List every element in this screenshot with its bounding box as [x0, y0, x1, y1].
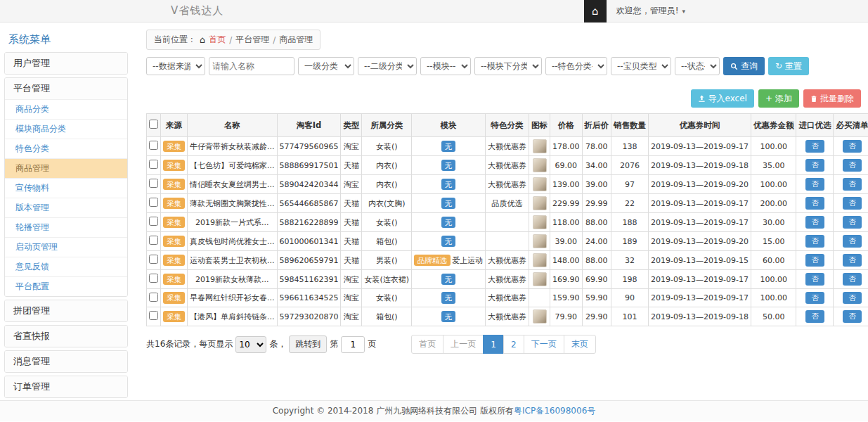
- sidebar-item-feature-category[interactable]: 特色分类: [5, 139, 127, 158]
- must-buy-toggle[interactable]: 否: [843, 273, 862, 286]
- import-select-toggle[interactable]: 否: [805, 310, 824, 323]
- sidebar-item-platform[interactable]: 平台管理: [5, 78, 127, 99]
- row-checkbox[interactable]: [149, 293, 158, 302]
- feature-category: [486, 213, 529, 232]
- page-first-button[interactable]: 首页: [411, 335, 443, 354]
- sidebar-item-orders[interactable]: 订单管理: [5, 376, 127, 397]
- filter-status-select[interactable]: --状态--: [675, 57, 720, 75]
- sales-count: 189: [611, 232, 649, 251]
- per-page-select[interactable]: 10: [235, 336, 266, 353]
- must-buy-toggle[interactable]: 否: [843, 178, 862, 191]
- row-checkbox[interactable]: [149, 255, 158, 264]
- sidebar-item-users[interactable]: 用户管理: [5, 53, 127, 74]
- sidebar-item-carousel-management[interactable]: 轮播管理: [5, 217, 127, 237]
- sidebar-item-promo-material[interactable]: 宣传物料: [5, 178, 127, 198]
- filter-item-type-select[interactable]: --宝贝类型--: [611, 57, 671, 75]
- sidebar-item-goods-management[interactable]: 商品管理: [5, 158, 127, 178]
- filter-module-sub-select[interactable]: --模块下分类--: [474, 57, 542, 75]
- user-menu[interactable]: 欢迎您，管理员! ▾: [607, 5, 695, 17]
- row-checkbox[interactable]: [149, 236, 158, 245]
- import-select-toggle[interactable]: 否: [805, 273, 824, 286]
- sidebar-item-version-management[interactable]: 版本管理: [5, 198, 127, 217]
- col-module: 模块: [412, 114, 486, 137]
- page-next-button[interactable]: 下一页: [524, 335, 564, 354]
- import-select-toggle[interactable]: 否: [805, 159, 824, 172]
- import-select-toggle[interactable]: 否: [805, 216, 824, 229]
- goods-category: 女装(): [362, 213, 412, 232]
- search-button[interactable]: 查询: [723, 57, 765, 75]
- sidebar-group-platform: 平台管理 商品分类 模块商品分类 特色分类 商品管理 宣传物料 版本管理 轮播管…: [4, 77, 128, 297]
- row-checkbox[interactable]: [149, 311, 158, 320]
- must-buy-toggle[interactable]: 否: [843, 140, 862, 153]
- module-badge: 无: [441, 217, 456, 229]
- home-button[interactable]: ⌂: [584, 0, 607, 23]
- filter-module-select[interactable]: --模块--: [420, 57, 471, 75]
- sales-count: 138: [611, 137, 649, 156]
- add-button[interactable]: + 添加: [758, 89, 799, 108]
- records-summary: 共16条记录，每页显示 10 条， 跳转到 第 页: [146, 335, 411, 353]
- import-excel-button[interactable]: 导入excel: [691, 89, 754, 108]
- page-last-button[interactable]: 末页: [564, 335, 596, 354]
- goods-name: 牛仔背带裤女秋装减龄...: [188, 137, 278, 156]
- coupon-time: 2019-09-13—2019-09-17: [649, 270, 751, 289]
- filter-feature-select[interactable]: --特色分类--: [545, 57, 607, 75]
- topbar-right: ⌂ 欢迎您，管理员! ▾: [584, 0, 695, 23]
- goods-category: 箱包(): [362, 307, 412, 326]
- filter-source-select[interactable]: --数据来源--: [146, 57, 205, 75]
- sidebar-item-messages[interactable]: 消息管理: [5, 351, 127, 372]
- must-buy-toggle[interactable]: 否: [843, 254, 862, 267]
- coupon-amount: 30.00: [751, 213, 796, 232]
- page-2-button[interactable]: 2: [503, 335, 524, 354]
- jump-button[interactable]: 跳转到: [289, 335, 327, 353]
- row-checkbox[interactable]: [149, 179, 158, 188]
- reset-button[interactable]: ↻ 重置: [768, 57, 809, 75]
- import-select-toggle[interactable]: 否: [805, 178, 824, 191]
- row-checkbox[interactable]: [149, 141, 158, 150]
- must-buy-toggle[interactable]: 否: [843, 292, 862, 305]
- must-buy-toggle[interactable]: 否: [843, 197, 862, 210]
- table-header-row: 来源 名称 淘客Id 类型 所属分类 模块 特色分类 图标 价格 折后价 销售数…: [147, 114, 868, 137]
- filter-name-input[interactable]: [209, 57, 294, 75]
- feature-category: 品质优选: [486, 194, 529, 213]
- filter-level2-select[interactable]: --二级分类--: [358, 57, 417, 75]
- import-select-toggle[interactable]: 否: [805, 197, 824, 210]
- goods-type: 淘宝: [341, 289, 362, 307]
- must-buy-toggle[interactable]: 否: [843, 216, 862, 229]
- import-select-toggle[interactable]: 否: [805, 140, 824, 153]
- import-select-toggle[interactable]: 否: [805, 254, 824, 267]
- import-select-toggle[interactable]: 否: [805, 292, 824, 305]
- source-badge: 采集: [163, 217, 185, 229]
- filter-level1-select[interactable]: 一级分类: [298, 57, 354, 75]
- page-prev-button[interactable]: 上一页: [443, 335, 484, 354]
- sidebar: 系统菜单 用户管理 平台管理 商品分类 模块商品分类 特色分类 商品管理 宣传物…: [0, 23, 131, 400]
- sidebar-item-groupbuy[interactable]: 拼团管理: [5, 300, 127, 321]
- sidebar-item-feedback[interactable]: 意见反馈: [5, 257, 127, 276]
- sidebar-item-module-goods-category[interactable]: 模块商品分类: [5, 119, 127, 139]
- row-checkbox[interactable]: [149, 217, 158, 226]
- must-buy-toggle[interactable]: 否: [843, 310, 862, 323]
- sidebar-item-splash-management[interactable]: 启动页管理: [5, 237, 127, 257]
- page-number-input[interactable]: [341, 336, 365, 353]
- row-checkbox[interactable]: [149, 160, 158, 169]
- breadcrumb-platform-link[interactable]: 平台管理: [235, 34, 269, 46]
- icon-cell: [529, 307, 550, 326]
- sidebar-item-platform-config[interactable]: 平台配置: [5, 276, 127, 296]
- layout: 系统菜单 用户管理 平台管理 商品分类 模块商品分类 特色分类 商品管理 宣传物…: [0, 23, 868, 400]
- sidebar-item-goods-category[interactable]: 商品分类: [5, 99, 127, 119]
- discount-price: 59.90: [582, 289, 611, 307]
- icp-link[interactable]: 粤ICP备16098006号: [514, 405, 595, 417]
- row-checkbox[interactable]: [149, 274, 158, 283]
- row-checkbox[interactable]: [149, 198, 158, 207]
- copyright-text: Copyright © 2014-2018 广州九驰网络科技有限公司 版权所有: [273, 405, 514, 417]
- sidebar-item-express[interactable]: 省直快报: [5, 326, 127, 347]
- select-all-checkbox[interactable]: [149, 120, 158, 129]
- goods-type: 淘宝: [341, 307, 362, 326]
- page-1-button[interactable]: 1: [483, 335, 504, 354]
- table-row: 采集 【港风】单肩斜挎链条... 597293020870 淘宝 箱包() 无 …: [147, 307, 868, 326]
- batch-delete-button[interactable]: 批量删除: [803, 89, 861, 108]
- must-buy-toggle[interactable]: 否: [843, 159, 862, 172]
- import-select-toggle[interactable]: 否: [805, 235, 824, 248]
- breadcrumb-home-link[interactable]: 首页: [209, 34, 226, 46]
- must-buy-toggle[interactable]: 否: [843, 235, 862, 248]
- plus-icon: +: [765, 94, 772, 103]
